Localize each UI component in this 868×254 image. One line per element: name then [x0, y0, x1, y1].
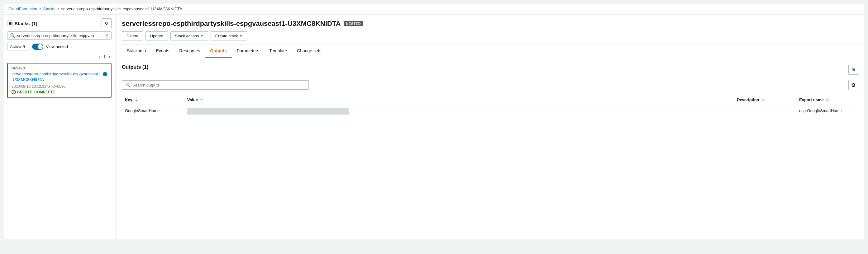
- outputs-count: (1): [143, 64, 149, 70]
- stack-item-date: 2020-08-12 10:13:31 UTC+0530: [11, 84, 107, 89]
- outputs-table: Key ▲ Value ▽ Description ▽: [122, 95, 858, 118]
- stack-actions-button[interactable]: Stack actions: [170, 31, 208, 40]
- sort-icon-desc: ▽: [762, 98, 764, 102]
- tab-resources[interactable]: Resources: [174, 44, 205, 58]
- stack-status-label: CREATE_COMPLETE: [17, 90, 55, 94]
- col-header-key[interactable]: Key ▲: [122, 95, 184, 105]
- breadcrumb-cloudformation[interactable]: CloudFormation: [8, 6, 37, 11]
- table-body: GoogleSmartHome esp-GoogleSmartHome: [122, 105, 858, 118]
- tab-parameters[interactable]: Parameters: [232, 44, 264, 58]
- cell-key: GoogleSmartHome: [122, 105, 184, 118]
- filter-chevron-icon: ▼: [22, 44, 26, 49]
- content-area: Outputs (1) ⊞ 🔍 ⚙: [116, 58, 865, 239]
- outputs-search-row: 🔍 ⚙: [122, 80, 858, 90]
- sidebar-title: ☰ Stacks (1): [7, 21, 37, 26]
- table-header-row: Key ▲ Value ▽ Description ▽: [122, 95, 858, 105]
- page-number: 1: [103, 55, 105, 59]
- tab-stack-info[interactable]: Stack info: [122, 44, 151, 58]
- stack-item-status: ✓ CREATE_COMPLETE: [11, 90, 107, 94]
- sidebar-search-input[interactable]: [17, 33, 103, 38]
- nested-badge: NESTED: [344, 21, 363, 26]
- sidebar-header: ☰ Stacks (1) ↻: [7, 19, 112, 28]
- status-circle-icon: ✓: [11, 90, 16, 94]
- sort-icon-value: ▽: [200, 98, 203, 102]
- cell-export-name: esp-GoogleSmartHome: [796, 105, 858, 118]
- sidebar-count: (1): [31, 21, 37, 26]
- prev-page-button[interactable]: ‹: [97, 54, 101, 60]
- outputs-section-title: Outputs (1): [122, 64, 148, 70]
- create-stack-button[interactable]: Create stack: [211, 31, 247, 40]
- tab-template[interactable]: Template: [264, 44, 292, 58]
- right-panel: serverlessrepo-espthirdpartyskills-espgv…: [116, 14, 865, 239]
- right-header: serverlessrepo-espthirdpartyskills-espgv…: [116, 14, 865, 44]
- table-row: GoogleSmartHome esp-GoogleSmartHome: [122, 105, 858, 118]
- sidebar: ☰ Stacks (1) ↻ 🔍 ✕ Active ▼ View nested: [3, 14, 116, 239]
- cell-description: [734, 105, 796, 118]
- gear-settings-button[interactable]: ⚙: [848, 80, 858, 90]
- update-button[interactable]: Update: [146, 31, 168, 40]
- breadcrumb-stacks[interactable]: Stacks: [43, 6, 56, 11]
- sidebar-title-label: Stacks: [14, 21, 30, 26]
- tabs-bar: Stack info Events Resources Outputs Para…: [116, 44, 865, 58]
- outputs-search-field: 🔍: [122, 80, 309, 90]
- main-layout: ☰ Stacks (1) ↻ 🔍 ✕ Active ▼ View nested: [3, 14, 865, 239]
- filter-label: Active: [10, 44, 21, 49]
- top-right-icon-button[interactable]: ⊞: [848, 65, 858, 75]
- breadcrumb-sep1: >: [39, 7, 41, 11]
- delete-button[interactable]: Delete: [122, 31, 143, 40]
- breadcrumb-sep2: >: [57, 7, 60, 11]
- action-buttons: Delete Update Stack actions Create stack: [122, 31, 858, 40]
- stack-main-title: serverlessrepo-espthirdpartyskills-espgv…: [122, 20, 341, 28]
- col-header-export-name[interactable]: Export name ▽: [796, 95, 858, 105]
- tab-outputs[interactable]: Outputs: [205, 44, 232, 58]
- stack-item-name: serverlessrepo-espthirdpartyskills-espgv…: [11, 71, 100, 83]
- col-header-value[interactable]: Value ▽: [184, 95, 734, 105]
- outputs-search-input[interactable]: [132, 83, 305, 88]
- collapse-icon[interactable]: ☰: [7, 21, 13, 26]
- filter-select[interactable]: Active ▼: [7, 43, 29, 51]
- view-nested-toggle[interactable]: [32, 43, 43, 50]
- sidebar-search-box: 🔍 ✕: [7, 31, 112, 39]
- cell-value: [184, 105, 734, 118]
- tab-events[interactable]: Events: [151, 44, 174, 58]
- filter-row: Active ▼ View nested: [7, 43, 112, 51]
- stack-title-row: serverlessrepo-espthirdpartyskills-espgv…: [122, 20, 858, 28]
- refresh-button[interactable]: ↻: [101, 19, 112, 28]
- stack-nested-label: NESTED: [11, 67, 107, 70]
- app-container: CloudFormation > Stacks > serverlessrepo…: [3, 3, 865, 239]
- col-header-description[interactable]: Description ▽: [734, 95, 796, 105]
- next-page-button[interactable]: ›: [107, 54, 112, 60]
- stack-name-row: serverlessrepo-espthirdpartyskills-espgv…: [11, 71, 107, 83]
- stack-active-dot: [103, 72, 107, 76]
- tab-change-sets[interactable]: Change sets: [292, 44, 327, 58]
- stack-list-item[interactable]: NESTED serverlessrepo-espthirdpartyskill…: [7, 63, 112, 98]
- table-header: Key ▲ Value ▽ Description ▽: [122, 95, 858, 105]
- breadcrumb-current: serverlessrepo-espthirdpartyskills-espgv…: [61, 6, 182, 11]
- outputs-search-icon: 🔍: [125, 83, 130, 88]
- view-nested-label: View nested: [46, 44, 68, 49]
- toggle-row: View nested: [32, 43, 68, 50]
- pagination-row: ‹ 1 ›: [7, 54, 112, 60]
- search-icon: 🔍: [10, 33, 15, 38]
- search-clear-icon[interactable]: ✕: [105, 33, 109, 38]
- value-bar: [187, 108, 349, 115]
- sort-icon-export: ▽: [826, 98, 829, 102]
- sort-icon-key: ▲: [134, 98, 138, 102]
- breadcrumb: CloudFormation > Stacks > serverlessrepo…: [3, 3, 865, 14]
